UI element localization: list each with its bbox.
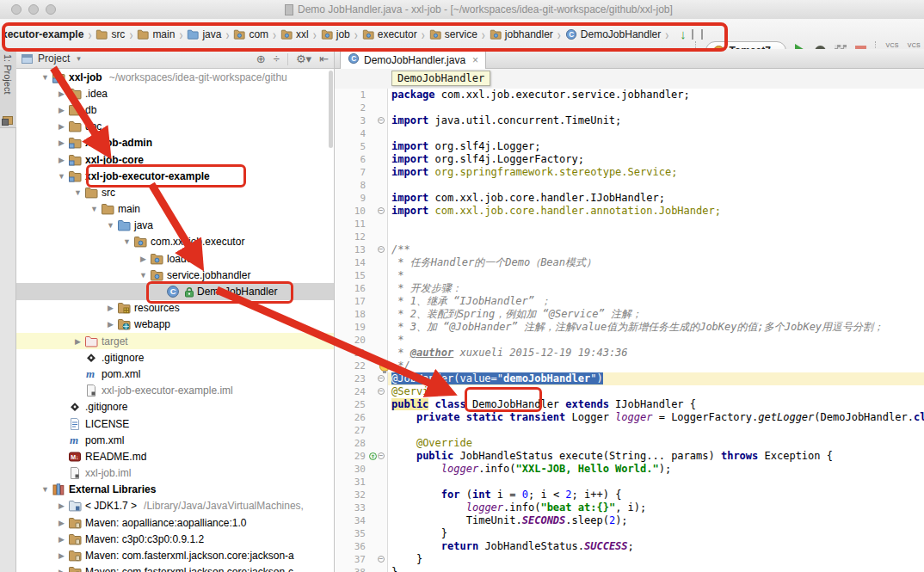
expand-arrow-icon[interactable]: ▼: [55, 172, 68, 181]
project-tree[interactable]: ▼xxl-job~/workspaces/idea-git-workspace/…: [16, 69, 334, 572]
expand-arrow-icon[interactable]: ▶: [55, 156, 68, 164]
expand-arrow-icon[interactable]: ▶: [55, 89, 68, 98]
collapse-all-button[interactable]: ÷: [274, 52, 280, 65]
gutter[interactable]: 29↑−: [335, 450, 388, 463]
expand-arrow-icon[interactable]: ▶: [71, 337, 84, 346]
tree-row-gitignore[interactable]: .gitignore: [16, 349, 334, 366]
expand-arrow-icon[interactable]: ▶: [55, 501, 68, 510]
override-method-icon[interactable]: ↑: [369, 452, 377, 460]
expand-arrow-icon[interactable]: ▼: [71, 188, 84, 197]
tree-row-gitignore[interactable]: .gitignore: [16, 399, 334, 415]
settings-button[interactable]: ⚙▾: [296, 52, 311, 65]
tree-row-java[interactable]: ▼java: [16, 218, 334, 234]
tree-row-target[interactable]: ▶target: [16, 333, 334, 349]
tree-row-webapp[interactable]: ▶webapp: [16, 317, 334, 333]
chevron-down-icon[interactable]: ▾: [77, 54, 81, 63]
tree-row-xxl-job-executor-example[interactable]: ▼xxl-job-executor-example: [16, 168, 334, 184]
expand-arrow-icon[interactable]: ▼: [39, 73, 52, 82]
expand-arrow-icon[interactable]: ▼: [120, 237, 133, 246]
gutter[interactable]: 4: [335, 127, 388, 140]
gutter[interactable]: 5: [335, 140, 388, 153]
tree-row-resources[interactable]: ▶resources: [16, 300, 334, 317]
close-window-button[interactable]: [11, 4, 22, 15]
breadcrumb-item-src[interactable]: src: [95, 28, 125, 40]
gutter[interactable]: 33: [335, 501, 388, 514]
expand-arrow-icon[interactable]: ▶: [55, 106, 68, 114]
gutter[interactable]: 30: [335, 463, 388, 476]
tree-row-maven-c3p0-c3p0-0-9-1-2[interactable]: ▶Maven: c3p0:c3p0:0.9.1.2: [16, 531, 334, 547]
tree-row-main[interactable]: ▼main: [16, 201, 334, 218]
gutter[interactable]: 38: [335, 566, 388, 572]
gutter[interactable]: 24−: [335, 385, 388, 398]
tree-row-xxl-job-iml[interactable]: xxl-job.iml: [16, 465, 334, 482]
expand-arrow-icon[interactable]: ▶: [137, 255, 150, 263]
gutter[interactable]: 6: [335, 153, 388, 166]
tree-row-xxl-job-core[interactable]: ▶xxl-job-core: [16, 151, 334, 168]
gutter[interactable]: 8: [335, 179, 388, 192]
tree-row-db[interactable]: ▶db: [16, 101, 334, 118]
gutter[interactable]: 16: [335, 282, 388, 295]
fold-icon[interactable]: −: [378, 117, 385, 124]
gutter[interactable]: 18: [335, 308, 388, 321]
tree-row-pom-xml[interactable]: mpom.xml: [16, 432, 334, 448]
editor-area[interactable]: C DemoJobHandler.java × DemoJobHandler 1…: [335, 49, 924, 572]
tree-row-readme-md[interactable]: M↓README.md: [16, 448, 334, 464]
tree-row-doc[interactable]: ▶doc: [16, 119, 334, 135]
breadcrumb-item-jobhandler[interactable]: jobhandler: [490, 28, 553, 40]
expand-arrow-icon[interactable]: ▼: [137, 271, 150, 280]
tree-row-pom-xml[interactable]: mpom.xml: [16, 366, 334, 382]
gutter[interactable]: 2: [335, 101, 388, 114]
expand-arrow-icon[interactable]: ▶: [55, 535, 68, 544]
tree-row-xxl-job[interactable]: ▼xxl-job~/workspaces/idea-git-workspace/…: [16, 69, 334, 85]
tree-row-maven-com-fasterxml-jackson-core-jackson-a[interactable]: ▶Maven: com.fasterxml.jackson.core:jacks…: [16, 547, 334, 563]
fold-icon[interactable]: −: [378, 246, 385, 253]
expand-arrow-icon[interactable]: ▶: [55, 519, 68, 527]
gutter[interactable]: 11: [335, 218, 388, 231]
fold-icon[interactable]: −: [378, 388, 385, 395]
breadcrumb-item-java[interactable]: java: [187, 28, 221, 40]
expand-arrow-icon[interactable]: ▼: [39, 485, 52, 494]
project-tool-window-tab[interactable]: 1: Project: [0, 50, 16, 128]
gutter[interactable]: 14: [335, 256, 388, 269]
editor-tab-demojobhandler[interactable]: C DemoJobHandler.java ×: [340, 50, 486, 70]
tree-row-com-xxl-job-executor[interactable]: ▼com.xxl.job.executor: [16, 234, 334, 250]
expand-arrow-icon[interactable]: ▶: [55, 551, 68, 560]
expand-arrow-icon[interactable]: ▶: [104, 304, 117, 312]
fold-icon[interactable]: −: [378, 207, 385, 214]
gutter[interactable]: 26: [335, 411, 388, 424]
tree-scrollbar[interactable]: [329, 71, 333, 148]
breadcrumb-item-com[interactable]: com: [233, 28, 268, 40]
fold-icon[interactable]: −: [378, 556, 385, 563]
tree-row-external-libraries[interactable]: ▼External Libraries: [16, 482, 334, 498]
gutter[interactable]: 37−: [335, 553, 388, 566]
tree-row-demojobhandler[interactable]: CDemoJobHandler: [16, 283, 334, 299]
gutter[interactable]: 10−: [335, 205, 388, 218]
tree-row-maven-aopalliance-aopalliance-1-0[interactable]: ▶Maven: aopalliance:aopalliance:1.0: [16, 514, 334, 531]
tree-row-xxl-job-admin[interactable]: ▶xxl-job-admin: [16, 135, 334, 151]
expand-arrow-icon[interactable]: ▶: [55, 122, 68, 131]
gutter[interactable]: 23−: [335, 372, 388, 385]
gutter[interactable]: 36: [335, 540, 388, 553]
gutter[interactable]: 32: [335, 489, 388, 501]
fold-icon[interactable]: −: [378, 375, 385, 382]
expand-arrow-icon[interactable]: ▼: [104, 221, 117, 230]
expand-arrow-icon[interactable]: ▶: [55, 568, 68, 572]
tree-row-loader[interactable]: ▶loader: [16, 250, 334, 267]
navigate-down-icon[interactable]: ↓: [680, 28, 687, 40]
breadcrumb-item-job[interactable]: job: [321, 28, 350, 40]
gutter[interactable]: 1: [335, 89, 388, 101]
gutter[interactable]: 7: [335, 166, 388, 179]
gutter[interactable]: 13−: [335, 243, 388, 256]
expand-arrow-icon[interactable]: ▶: [55, 138, 68, 147]
code-viewport[interactable]: 1package com.xxl.job.executor.service.jo…: [335, 89, 924, 572]
expand-arrow-icon[interactable]: ▶: [104, 320, 117, 329]
gutter[interactable]: 19: [335, 321, 388, 334]
tree-row-license[interactable]: LICENSE: [16, 415, 334, 432]
tree-row-jdk1-7[interactable]: ▶< JDK1.7 >/Library/Java/JavaVirtualMach…: [16, 498, 334, 514]
gutter[interactable]: 21: [335, 347, 388, 360]
gutter[interactable]: 17: [335, 295, 388, 308]
minimize-window-button[interactable]: [28, 4, 39, 15]
fold-icon[interactable]: −: [378, 452, 385, 459]
hide-button[interactable]: ⇤: [319, 52, 329, 65]
gutter[interactable]: 35: [335, 527, 388, 540]
